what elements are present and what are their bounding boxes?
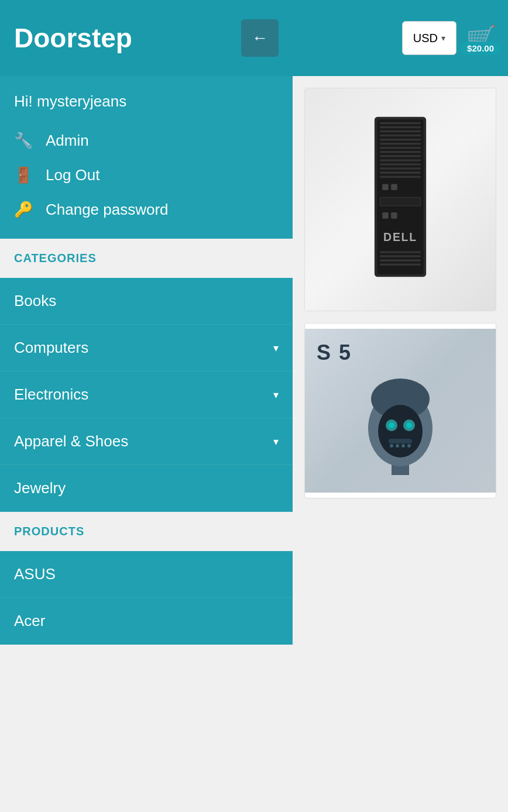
svg-rect-6 <box>380 139 421 141</box>
product-item-acer[interactable]: Acer <box>0 598 293 645</box>
sidebar-products: ASUS Acer <box>0 551 293 645</box>
svg-rect-25 <box>380 259 421 262</box>
svg-text:DELL: DELL <box>383 230 417 243</box>
svg-rect-17 <box>391 184 397 191</box>
asus-label: ASUS <box>14 565 56 583</box>
computers-chevron-icon: ▾ <box>273 342 279 355</box>
category-item-computers[interactable]: Computers ▾ <box>0 325 293 371</box>
svg-rect-24 <box>380 255 421 257</box>
computers-label: Computers <box>14 339 88 357</box>
sidebar-logo: Doorstep <box>14 22 132 54</box>
cart-badge: $20.00 <box>460 42 501 55</box>
svg-point-30 <box>378 405 423 457</box>
svg-point-37 <box>396 444 399 448</box>
svg-rect-14 <box>380 171 421 174</box>
eset-robot-svg <box>359 376 441 481</box>
header-right: USD ▾ 🛒 $20.00 <box>402 21 496 55</box>
jewelry-label: Jewelry <box>14 479 66 497</box>
svg-rect-13 <box>380 167 421 170</box>
svg-rect-8 <box>380 147 421 149</box>
products-title: PRODUCTS <box>14 525 84 538</box>
sidebar-change-password-item[interactable]: 🔑 Change password <box>14 192 279 227</box>
categories-title: CATEGORIES <box>14 252 97 264</box>
currency-selector[interactable]: USD ▾ <box>402 21 456 55</box>
svg-rect-11 <box>380 159 421 161</box>
category-item-electronics[interactable]: Electronics ▾ <box>0 371 293 418</box>
dell-image: DELL <box>305 88 496 311</box>
svg-point-34 <box>406 422 412 428</box>
admin-label: Admin <box>46 132 89 150</box>
currency-dropdown-arrow: ▾ <box>441 33 445 43</box>
category-item-jewelry[interactable]: Jewelry <box>0 465 293 512</box>
svg-rect-9 <box>380 151 421 153</box>
svg-point-36 <box>390 444 393 448</box>
eset-image: S 5 <box>305 329 496 493</box>
wrench-icon: 🔧 <box>14 132 35 150</box>
svg-rect-19 <box>380 198 420 205</box>
acer-label: Acer <box>14 612 45 630</box>
logout-icon: 🚪 <box>14 166 35 184</box>
products-section-header: PRODUCTS <box>0 512 293 551</box>
svg-rect-12 <box>380 163 421 166</box>
sidebar-logout-item[interactable]: 🚪 Log Out <box>14 158 279 192</box>
cart-container[interactable]: 🛒 $20.00 <box>466 24 496 53</box>
apparel-shoes-label: Apparel & Shoes <box>14 432 128 450</box>
svg-rect-10 <box>380 155 421 157</box>
product-item-asus[interactable]: ASUS <box>0 551 293 598</box>
product-card-eset[interactable]: S 5 <box>304 323 496 498</box>
back-arrow-icon: ← <box>252 29 268 47</box>
svg-rect-4 <box>380 130 421 133</box>
svg-rect-26 <box>380 263 421 266</box>
svg-rect-3 <box>380 126 421 129</box>
category-item-apparel-shoes[interactable]: Apparel & Shoes ▾ <box>0 418 293 465</box>
svg-rect-5 <box>380 135 421 137</box>
svg-point-38 <box>401 444 405 448</box>
electronics-label: Electronics <box>14 386 88 404</box>
svg-point-33 <box>389 422 394 428</box>
sidebar-header: Doorstep ← <box>0 0 293 76</box>
sidebar-back-button[interactable]: ← <box>241 19 279 57</box>
sidebar-user-section: Hi! mysteryjeans 🔧 Admin 🚪 Log Out 🔑 Cha… <box>0 76 293 239</box>
change-password-label: Change password <box>46 201 169 219</box>
svg-rect-7 <box>380 143 421 145</box>
svg-rect-20 <box>382 212 389 219</box>
svg-rect-35 <box>389 439 412 443</box>
sidebar: Doorstep ← Hi! mysteryjeans 🔧 Admin 🚪 Lo… <box>0 0 293 812</box>
currency-value: USD <box>413 32 438 45</box>
svg-point-39 <box>407 444 411 448</box>
eset-label: S 5 <box>317 340 352 365</box>
svg-rect-16 <box>382 184 389 191</box>
sidebar-greeting: Hi! mysteryjeans <box>14 92 279 111</box>
categories-section-header: CATEGORIES <box>0 239 293 278</box>
svg-rect-21 <box>391 212 397 219</box>
svg-rect-2 <box>380 122 421 125</box>
logout-label: Log Out <box>46 166 100 184</box>
electronics-chevron-icon: ▾ <box>273 388 279 401</box>
svg-rect-23 <box>380 251 421 253</box>
books-label: Books <box>14 292 56 310</box>
sidebar-categories: Books Computers ▾ Electronics ▾ Apparel … <box>0 278 293 512</box>
key-icon: 🔑 <box>14 201 35 219</box>
dell-computer-svg: DELL <box>342 112 459 287</box>
apparel-shoes-chevron-icon: ▾ <box>273 435 279 448</box>
svg-rect-15 <box>380 176 421 178</box>
product-card-dell[interactable]: DELL <box>304 88 496 311</box>
sidebar-admin-item[interactable]: 🔧 Admin <box>14 123 279 158</box>
category-item-books[interactable]: Books <box>0 278 293 325</box>
